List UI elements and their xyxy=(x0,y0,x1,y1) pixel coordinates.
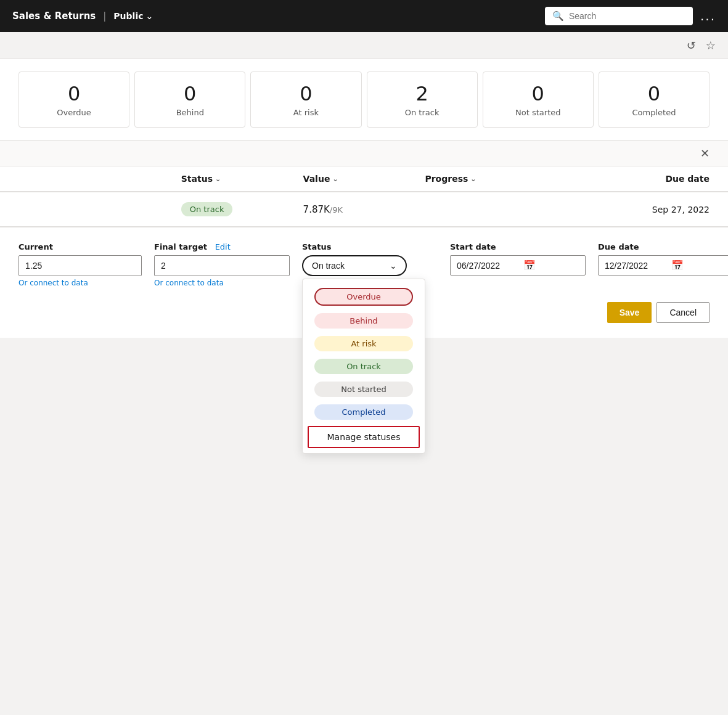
row-status: On track xyxy=(181,202,303,216)
start-date-input-container[interactable]: 📅 xyxy=(450,255,586,276)
card-on-track-label: On track xyxy=(375,108,470,117)
start-date-input[interactable] xyxy=(457,261,518,271)
final-target-input[interactable] xyxy=(154,255,290,276)
badge-on-track: On track xyxy=(314,359,413,374)
due-date-label: Due date xyxy=(598,242,728,251)
current-field: Current Or connect to data xyxy=(18,242,142,287)
status-badge: On track xyxy=(181,202,233,216)
badge-at-risk: At risk xyxy=(314,336,413,351)
dropdown-item-completed[interactable]: Completed xyxy=(303,401,425,423)
col-progress-header[interactable]: Progress ⌄ xyxy=(425,174,587,184)
card-at-risk[interactable]: 0 At risk xyxy=(250,72,361,128)
card-on-track-number: 2 xyxy=(375,82,470,105)
search-icon: 🔍 xyxy=(552,10,564,22)
col-status-header[interactable]: Status ⌄ xyxy=(181,174,303,184)
dropdown-item-on-track[interactable]: On track xyxy=(303,355,425,378)
card-completed-number: 0 xyxy=(607,82,701,105)
close-button[interactable]: ✕ xyxy=(700,147,710,160)
row-duedate: Sep 27, 2022 xyxy=(587,205,710,214)
card-at-risk-label: At risk xyxy=(258,108,353,117)
cancel-button[interactable]: Cancel xyxy=(656,302,710,323)
card-overdue-number: 0 xyxy=(27,82,121,105)
cards-row: 0 Overdue 0 Behind 0 At risk 2 On track … xyxy=(18,72,710,128)
app-title: Sales & Returns xyxy=(12,10,96,22)
col-value-header[interactable]: Value ⌄ xyxy=(303,174,425,184)
dropdown-item-at-risk[interactable]: At risk xyxy=(303,332,425,355)
star-icon[interactable]: ☆ xyxy=(706,39,716,52)
visibility-dropdown[interactable]: Public ⌄ xyxy=(113,11,153,21)
card-not-started[interactable]: 0 Not started xyxy=(483,72,594,128)
current-label: Current xyxy=(18,242,142,251)
due-date-input[interactable] xyxy=(605,261,666,271)
manage-statuses-button[interactable]: Manage statuses xyxy=(308,426,420,448)
table-row[interactable]: On track 7.87K/9K Sep 27, 2022 xyxy=(0,192,728,227)
edit-link[interactable]: Edit xyxy=(215,242,231,251)
current-input[interactable] xyxy=(18,255,142,276)
refresh-icon[interactable]: ↺ xyxy=(687,39,696,52)
card-behind-label: Behind xyxy=(142,108,237,117)
status-sort-icon: ⌄ xyxy=(215,175,221,183)
summary-section: 0 Overdue 0 Behind 0 At risk 2 On track … xyxy=(0,59,728,141)
table-header: Status ⌄ Value ⌄ Progress ⌄ Due date xyxy=(0,166,728,192)
badge-behind: Behind xyxy=(314,313,413,329)
start-date-field: Start date 📅 xyxy=(450,242,586,276)
toolbar: ↺ ☆ xyxy=(0,32,728,59)
toolbar-icons: ↺ ☆ xyxy=(687,39,716,52)
dropdown-item-behind[interactable]: Behind xyxy=(303,309,425,332)
badge-overdue: Overdue xyxy=(314,288,413,306)
card-not-started-number: 0 xyxy=(491,82,586,105)
card-completed[interactable]: 0 Completed xyxy=(599,72,710,128)
nav-divider: | xyxy=(103,10,106,22)
card-on-track[interactable]: 2 On track xyxy=(367,72,478,128)
dropdown-chevron-icon: ⌄ xyxy=(390,261,397,271)
chevron-down-icon: ⌄ xyxy=(146,11,153,21)
visibility-label: Public xyxy=(113,11,143,21)
save-button[interactable]: Save xyxy=(607,302,652,323)
dropdown-item-not-started[interactable]: Not started xyxy=(303,378,425,401)
top-nav-right: 🔍 ... xyxy=(545,7,716,25)
col-duedate-header: Due date xyxy=(587,174,710,184)
status-dropdown-menu: Overdue Behind At risk On track Not star… xyxy=(302,279,425,454)
card-behind[interactable]: 0 Behind xyxy=(134,72,245,128)
dropdown-item-overdue[interactable]: Overdue xyxy=(303,284,425,309)
status-field-label: Status xyxy=(302,242,438,251)
search-box[interactable]: 🔍 xyxy=(545,7,693,25)
card-at-risk-number: 0 xyxy=(258,82,353,105)
filter-bar: ✕ xyxy=(0,141,728,166)
due-date-calendar-icon[interactable]: 📅 xyxy=(671,259,684,271)
search-input[interactable] xyxy=(569,11,685,21)
card-completed-label: Completed xyxy=(607,108,701,117)
start-date-calendar-icon[interactable]: 📅 xyxy=(523,259,536,271)
final-target-field: Final target Edit Or connect to data xyxy=(154,242,290,287)
value-sort-icon: ⌄ xyxy=(332,175,338,183)
more-button[interactable]: ... xyxy=(700,9,716,23)
progress-sort-icon: ⌄ xyxy=(470,175,476,183)
card-overdue-label: Overdue xyxy=(27,108,121,117)
detail-panel: Current Or connect to data Final target … xyxy=(0,227,728,338)
badge-completed: Completed xyxy=(314,404,413,420)
card-behind-number: 0 xyxy=(142,82,237,105)
card-overdue[interactable]: 0 Overdue xyxy=(18,72,129,128)
due-date-input-container[interactable]: 📅 xyxy=(598,255,728,276)
connect-to-data-2[interactable]: Or connect to data xyxy=(154,279,290,287)
start-date-label: Start date xyxy=(450,242,586,251)
status-field: Status On track ⌄ Overdue Behind At risk… xyxy=(302,242,438,276)
connect-to-data-1[interactable]: Or connect to data xyxy=(18,279,142,287)
top-navigation: Sales & Returns | Public ⌄ 🔍 ... xyxy=(0,0,728,32)
status-dropdown-button[interactable]: On track ⌄ xyxy=(302,255,407,276)
row-value: 7.87K/9K xyxy=(303,204,425,215)
due-date-field: Due date 📅 xyxy=(598,242,728,276)
final-target-label: Final target Edit xyxy=(154,242,290,251)
card-not-started-label: Not started xyxy=(491,108,586,117)
badge-not-started: Not started xyxy=(314,382,413,397)
